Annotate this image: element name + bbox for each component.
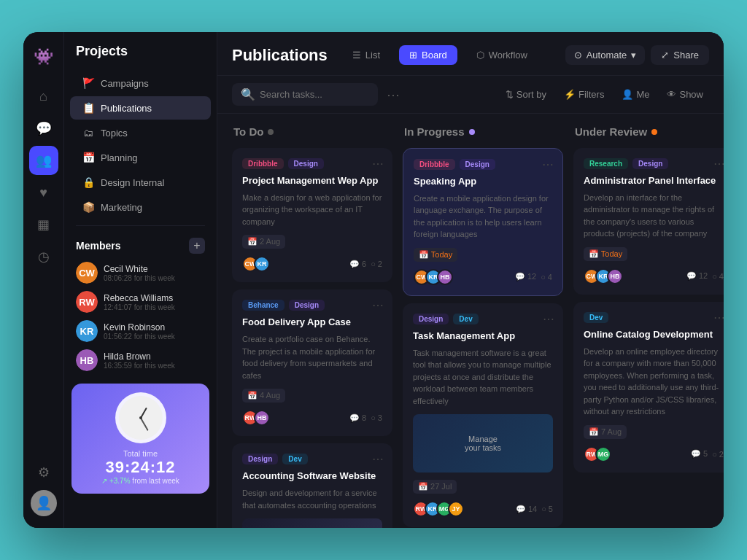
member-item[interactable]: RW Rebecca Williams 12:41:07 for this we… [64,287,217,316]
member-item[interactable]: HB Hilda Brown 16:35:59 for this week [64,346,217,375]
card-more-icon[interactable]: ⋯ [713,157,724,171]
card-avatars: RW HB [242,410,270,426]
show-button[interactable]: 👁 Show [661,85,709,104]
member-item[interactable]: KR Kevin Robinson 01:56:22 for this week [64,316,217,346]
card-date-badge: 📅 4 Aug [242,389,285,402]
share-icon: ⤢ [661,50,669,61]
card-more-icon[interactable]: ⋯ [542,158,554,171]
sidebar-item-publications[interactable]: 📋 Publications ··· [70,96,211,120]
share-button[interactable]: ⤢ Share [651,45,709,65]
search-box[interactable]: 🔍 [232,83,378,106]
board-icon: ⊞ [409,50,417,61]
card-desc: Make a design for a web application for … [242,192,382,228]
chat-nav-icon[interactable]: 💬 [29,114,58,143]
sidebar-item-design-internal[interactable]: 🔒 Design Internal ··· [70,171,211,194]
card-desc: Create a portfolio case on Behance. The … [242,333,382,381]
member-info: Hilda Brown 16:35:59 for this week [104,351,205,370]
card-footer: CW KR 💬 6 ○ 2 [242,256,382,272]
search-input[interactable] [260,89,369,100]
filters-button[interactable]: ⚡ Filters [558,85,610,104]
show-icon: 👁 [667,89,676,100]
card-food-delivery[interactable]: ⋯ Behance Design Food Delivery App Case … [232,289,392,436]
column-in-progress: In Progress ⋯ Dribbble Design Speaking A… [403,125,563,516]
card-admin-panel[interactable]: ⋯ Research Design Administrator Panel In… [573,148,724,295]
automate-icon: ⊙ [574,50,582,61]
card-desc: Task management software is a great tool… [413,347,553,408]
settings-nav-icon[interactable]: ⚙ [29,458,58,487]
column-dot-in-progress [469,129,475,135]
card-footer: CW KR HB 💬 12 ○ 4 [584,268,724,284]
sidebar-item-marketing[interactable]: 📦 Marketing ··· [70,195,211,219]
me-button[interactable]: 👤 Me [616,85,655,104]
member-time: 16:35:59 for this week [104,362,205,370]
column-title-in-progress: In Progress [404,125,465,138]
card-footer: RW HB 💬 8 ○ 3 [242,410,382,426]
tab-board[interactable]: ⊞ Board [399,45,457,65]
card-online-catalog[interactable]: ⋯ Dev Online Catalog Development Develop… [573,302,724,472]
column-under-review: Under Review ⋯ Research Design Administr… [573,125,724,516]
card-desc: Develop an interface for the administrat… [584,192,724,240]
card-more-icon[interactable]: ⋯ [372,157,384,171]
tag-design: Design [242,454,278,464]
card-more-icon[interactable]: ⋯ [543,312,554,326]
card-avatar: HB [607,268,623,284]
card-title: Administrator Panel Interface [584,175,724,187]
user-avatar[interactable]: 👤 [31,490,57,516]
tag-design: Design [413,314,449,324]
chart-nav-icon[interactable]: ▦ [29,210,58,239]
toolbar-more-icon[interactable]: ⋯ [387,87,400,103]
search-icon: 🔍 [241,88,255,101]
member-avatar: KR [76,320,98,342]
heart-nav-icon[interactable]: ♥ [29,178,58,207]
card-accounting-software[interactable]: ⋯ Design Dev Accounting Software Website… [232,443,392,528]
home-nav-icon[interactable]: ⌂ [29,82,58,111]
member-info: Rebecca Williams 12:41:07 for this week [104,293,205,311]
card-comments: 💬 12 [686,271,708,281]
card-title: Speaking App [414,176,552,188]
column-dot-under-review [651,129,657,135]
card-more-icon[interactable]: ⋯ [713,311,724,324]
sidebar-item-planning[interactable]: 📅 Planning ··· [70,146,211,169]
toolbar: 🔍 ⋯ ⇅ Sort by ⚡ Filters 👤 Me 👁 Show [217,76,724,114]
card-tags: Design Dev [242,454,382,464]
card-comments: 💬 8 [349,413,366,423]
card-footer: RW KR MG JY 💬 14 ○ 5 [413,501,553,517]
card-desc: Create a mobile application design for l… [414,192,552,241]
tab-list[interactable]: ☰ List [342,45,390,65]
tab-workflow-label: Workflow [489,50,527,61]
total-time-value: 39:24:12 [80,458,201,477]
member-name: Rebecca Williams [104,293,205,303]
filter-icon: ⚡ [564,89,576,100]
time-trend: ↗ +3.7% from last week [80,477,201,485]
card-tags: Research Design [584,158,724,169]
member-avatar-img: RW [76,291,98,313]
sidebar-item-campaigns[interactable]: 🚩 Campaigns ··· [70,71,211,95]
card-more-icon[interactable]: ⋯ [372,298,384,312]
icon-rail: 👾 ⌂ 💬 👥 ♥ ▦ ◷ ⚙ 👤 [23,32,64,528]
campaigns-icon: 🚩 [82,77,95,89]
card-project-management[interactable]: ⋯ Dribbble Design Project Management Wep… [232,148,392,282]
automate-button[interactable]: ⊙ Automate ▾ [565,45,646,65]
member-item[interactable]: CW Cecil White 08:06:28 for this week [64,258,217,287]
sidebar-item-topics[interactable]: 🗂 Topics ··· [70,121,211,144]
clock-nav-icon[interactable]: ◷ [29,242,58,271]
sidebar: Projects 🚩 Campaigns ··· 📋 Publications … [64,32,217,528]
card-speaking-app[interactable]: ⋯ Dribbble Design Speaking App Create a … [403,148,563,296]
sort-by-button[interactable]: ⇅ Sort by [500,85,552,104]
tag-design: Design [632,158,668,169]
marketing-icon: 📦 [82,201,95,213]
people-nav-icon[interactable]: 👥 [29,146,58,175]
board-area: To Do ⋯ Dribbble Design Project Manageme… [217,114,724,528]
add-member-button[interactable]: + [189,238,205,254]
card-desc: Develop an online employee directory for… [584,346,724,418]
card-task-management[interactable]: ⋯ Design Dev Task Management App Task ma… [403,303,563,527]
member-name: Hilda Brown [104,351,205,362]
card-tasks: ○ 3 [371,413,382,422]
tab-workflow[interactable]: ⬡ Workflow [466,45,538,65]
members-header: Members + [64,232,217,258]
sidebar-item-label: Design Internal [101,177,184,188]
clock-minute-hand [140,418,148,431]
page-title: Publications [232,46,328,65]
card-more-icon[interactable]: ⋯ [372,452,384,466]
show-label: Show [679,89,703,100]
